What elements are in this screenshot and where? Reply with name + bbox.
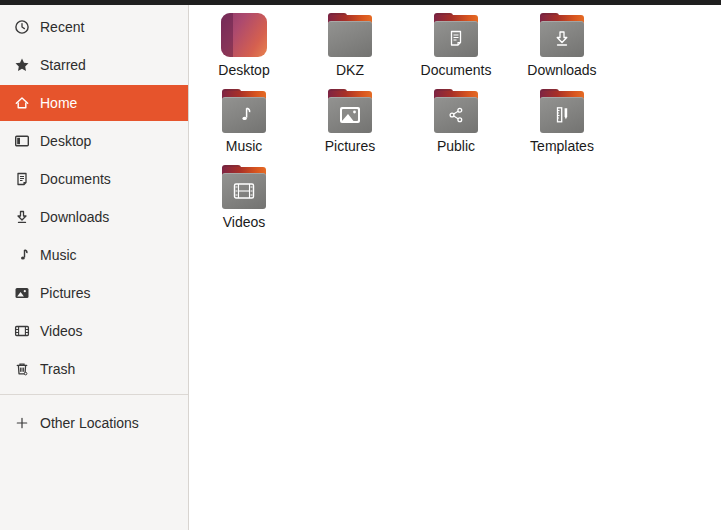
- sidebar-item-downloads[interactable]: Downloads: [0, 199, 188, 235]
- sidebar-item-label: Downloads: [40, 209, 109, 225]
- sidebar-item-label: Documents: [40, 171, 111, 187]
- folder-label: Desktop: [218, 62, 269, 78]
- documents-icon: [14, 171, 30, 187]
- sidebar-item-label: Starred: [40, 57, 86, 73]
- folder-pictures-icon: [326, 89, 374, 133]
- sidebar-item-label: Trash: [40, 361, 75, 377]
- folder-item-documents[interactable]: Documents: [403, 13, 509, 89]
- folder-label: Public: [437, 138, 475, 154]
- template-ruler-pencil-emblem-icon: [540, 97, 584, 133]
- sidebar-item-documents[interactable]: Documents: [0, 161, 188, 197]
- sidebar-separator: [0, 394, 188, 395]
- sidebar-item-label: Recent: [40, 19, 84, 35]
- music-icon: [14, 247, 30, 263]
- sidebar-item-label: Videos: [40, 323, 83, 339]
- sidebar-item-recent[interactable]: Recent: [0, 9, 188, 45]
- folder-item-public[interactable]: Public: [403, 89, 509, 165]
- folder-item-dkz[interactable]: DKZ: [297, 13, 403, 89]
- desktop-wallpaper-thumbnail-icon: [221, 13, 267, 57]
- file-manager-window: Recent Starred Home Desktop Documents: [0, 5, 721, 530]
- star-icon: [14, 57, 30, 73]
- sidebar-item-pictures[interactable]: Pictures: [0, 275, 188, 311]
- plus-icon: [14, 415, 30, 431]
- sidebar-item-desktop[interactable]: Desktop: [0, 123, 188, 159]
- sidebar-item-starred[interactable]: Starred: [0, 47, 188, 83]
- sidebar-item-music[interactable]: Music: [0, 237, 188, 273]
- film-strip-emblem-icon: [222, 173, 266, 209]
- folder-download-icon: [538, 13, 586, 57]
- document-emblem-icon: [434, 21, 478, 57]
- videos-icon: [14, 323, 30, 339]
- desktop-icon: [14, 133, 30, 149]
- folder-label: DKZ: [336, 62, 364, 78]
- sidebar-item-label: Other Locations: [40, 415, 139, 431]
- music-note-emblem-icon: [222, 97, 266, 133]
- sidebar-item-label: Desktop: [40, 133, 91, 149]
- folder-item-desktop[interactable]: Desktop: [191, 13, 297, 89]
- sidebar-item-other-locations[interactable]: Other Locations: [0, 405, 188, 441]
- recent-icon: [14, 19, 30, 35]
- folder-grid: Desktop DKZ: [189, 5, 720, 241]
- sidebar-item-label: Pictures: [40, 285, 91, 301]
- folder-icon: [326, 13, 374, 57]
- folder-documents-icon: [432, 13, 480, 57]
- sidebar-item-label: Music: [40, 247, 77, 263]
- downloads-icon: [14, 209, 30, 225]
- folder-label: Downloads: [527, 62, 596, 78]
- folder-label: Pictures: [325, 138, 376, 154]
- folder-label: Documents: [421, 62, 492, 78]
- trash-icon: [14, 361, 30, 377]
- folder-item-music[interactable]: Music: [191, 89, 297, 165]
- folder-music-icon: [220, 89, 268, 133]
- pictures-icon: [14, 285, 30, 301]
- share-emblem-icon: [434, 97, 478, 133]
- home-icon: [14, 95, 30, 111]
- sidebar-item-trash[interactable]: Trash: [0, 351, 188, 387]
- folder-item-pictures[interactable]: Pictures: [297, 89, 403, 165]
- sidebar-item-videos[interactable]: Videos: [0, 313, 188, 349]
- places-sidebar: Recent Starred Home Desktop Documents: [0, 5, 189, 530]
- folder-label: Music: [226, 138, 263, 154]
- folder-label: Templates: [530, 138, 594, 154]
- image-emblem-icon: [328, 97, 372, 133]
- folder-templates-icon: [538, 89, 586, 133]
- sidebar-item-label: Home: [40, 95, 77, 111]
- folder-item-downloads[interactable]: Downloads: [509, 13, 615, 89]
- folder-publicshare-icon: [432, 89, 480, 133]
- folder-videos-icon: [220, 165, 268, 209]
- folder-label: Videos: [223, 214, 266, 230]
- sidebar-item-home[interactable]: Home: [0, 85, 188, 121]
- folder-item-templates[interactable]: Templates: [509, 89, 615, 165]
- folder-item-videos[interactable]: Videos: [191, 165, 297, 241]
- files-icon-view[interactable]: Desktop DKZ: [189, 5, 721, 530]
- download-emblem-icon: [540, 21, 584, 57]
